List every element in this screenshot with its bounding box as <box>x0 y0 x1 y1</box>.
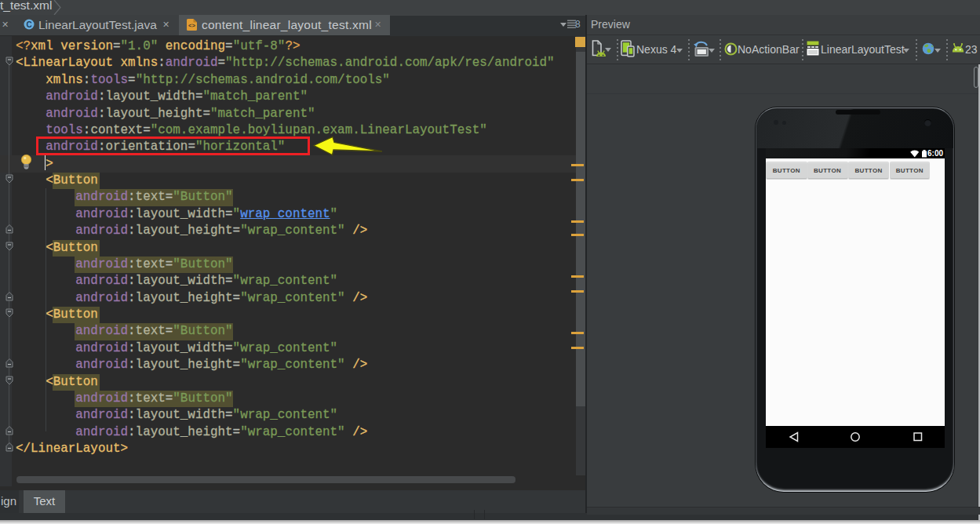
svg-text:<>: <> <box>188 23 196 29</box>
svg-text:C: C <box>26 20 31 29</box>
